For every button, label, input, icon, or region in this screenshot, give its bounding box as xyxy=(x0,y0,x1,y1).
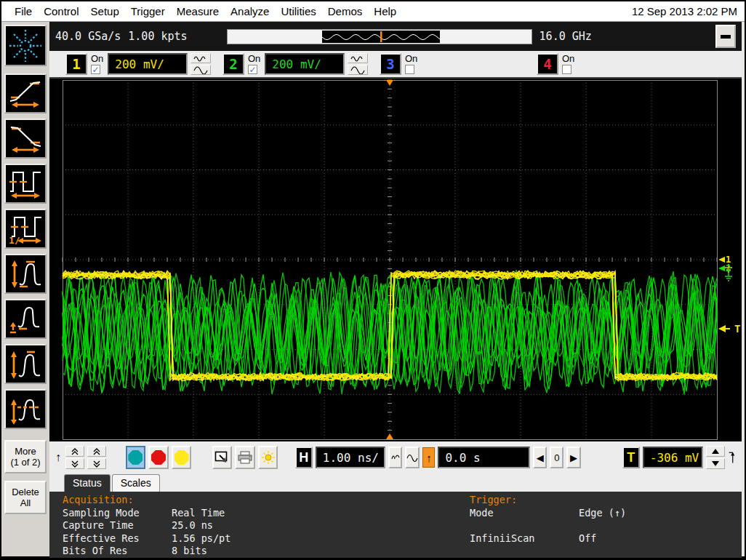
channel-1-on-label: On xyxy=(91,54,103,63)
measure-average-button[interactable] xyxy=(4,389,47,429)
trigger-title: Trigger: xyxy=(470,494,626,507)
channel-3-button[interactable]: 3 xyxy=(380,53,401,75)
large-wave-icon xyxy=(350,66,365,74)
position-zero-button[interactable]: 0 xyxy=(550,447,563,468)
agilent-logo-button[interactable] xyxy=(4,25,47,66)
horizontal-overview-scrollbar[interactable] xyxy=(227,29,532,44)
tab-status[interactable]: Status xyxy=(64,474,111,492)
channel-1-on-checkbox[interactable]: ✓ xyxy=(91,65,100,74)
double-chevron-down-icon xyxy=(71,460,79,468)
more-measurements-button[interactable]: More (1 of 2) xyxy=(4,440,47,473)
bottom-tab-bar: Status Scales xyxy=(49,473,742,492)
rise-time-icon xyxy=(9,79,42,109)
channel-3-on-checkbox[interactable] xyxy=(405,65,414,74)
trigger-level-down-button[interactable] xyxy=(706,458,725,469)
print-button[interactable] xyxy=(235,446,255,469)
menu-help[interactable]: Help xyxy=(368,3,402,20)
menu-utilities[interactable]: Utilities xyxy=(275,3,321,20)
horizontal-position-value: 0.0 s xyxy=(445,451,480,465)
measure-fall-time-button[interactable] xyxy=(4,119,47,159)
printer-icon xyxy=(237,451,253,464)
trig-label: InfiniiScan xyxy=(470,532,579,545)
coarse-down-button[interactable] xyxy=(65,458,84,469)
channel-1-scale-increase-button[interactable] xyxy=(190,65,211,75)
acq-value: 1.56 ps/pt xyxy=(172,532,230,545)
triangle-up-icon xyxy=(711,448,720,455)
fall-time-icon xyxy=(9,124,42,154)
tab-scales[interactable]: Scales xyxy=(112,474,160,492)
acquisition-status-column: Acquisition: Sampling ModeReal Time Capt… xyxy=(63,494,470,558)
minimum-icon xyxy=(9,304,42,335)
delete-label: Delete xyxy=(12,487,39,497)
double-chevron-down-icon xyxy=(92,460,101,468)
measure-frequency-button[interactable]: 1/ xyxy=(4,209,47,249)
amplitude-icon xyxy=(9,259,42,289)
channel-1-number: 1 xyxy=(72,56,80,72)
channel-4-on-label: On xyxy=(562,54,574,63)
screen-arrow-icon xyxy=(214,451,229,464)
position-left-button[interactable]: ◀ xyxy=(533,447,547,468)
fine-up-button[interactable] xyxy=(87,446,106,457)
hscale-increase-button[interactable] xyxy=(405,447,420,468)
channel-2-scale-increase-button[interactable] xyxy=(348,65,368,75)
agilent-spark-logo-icon xyxy=(8,28,43,63)
trigger-button[interactable]: T xyxy=(622,447,640,468)
channel-1-group: 1 On ✓ 200 mV/ xyxy=(65,53,222,75)
small-wave-icon xyxy=(193,55,208,62)
channel-4-number: 4 xyxy=(543,56,551,72)
channel-2-button[interactable]: 2 xyxy=(222,53,244,75)
menu-measure[interactable]: Measure xyxy=(171,3,225,20)
measure-minimum-button[interactable] xyxy=(4,299,47,339)
menu-control[interactable]: Control xyxy=(38,3,84,20)
menu-analyze[interactable]: Analyze xyxy=(225,3,275,20)
fine-down-button[interactable] xyxy=(87,458,106,469)
pulse-width-icon xyxy=(9,169,42,199)
average-icon xyxy=(9,394,42,425)
bandwidth-readout: 16.0 GHz xyxy=(540,30,592,43)
svg-text:2: 2 xyxy=(726,263,731,273)
channel-2-on-checkbox[interactable]: ✓ xyxy=(248,65,257,74)
menu-trigger[interactable]: Trigger xyxy=(125,3,171,20)
trigger-level-display[interactable]: -306 mV xyxy=(643,447,703,468)
display-brightness-button[interactable] xyxy=(258,446,278,469)
oscilloscope-window: File Control Setup Trigger Measure Analy… xyxy=(1,1,745,556)
touch-screen-button[interactable] xyxy=(212,446,233,469)
measure-rise-time-button[interactable] xyxy=(4,73,47,113)
sun-icon xyxy=(261,450,276,465)
clock-datetime: 12 Sep 2013 2:02 PM xyxy=(632,5,737,17)
single-button[interactable] xyxy=(172,446,192,469)
run-button[interactable] xyxy=(126,446,146,469)
stop-button[interactable] xyxy=(148,446,169,469)
measure-amplitude-button[interactable] xyxy=(4,254,47,294)
horizontal-scale-display[interactable]: 1.00 ns/ xyxy=(316,447,385,468)
trigger-slope-button[interactable]: ↑ xyxy=(422,447,435,468)
channel-2-scale-decrease-button[interactable] xyxy=(348,53,368,63)
minimize-button[interactable] xyxy=(715,25,736,48)
horizontal-position-display[interactable]: 0.0 s xyxy=(438,447,530,468)
channel-1-scale-display[interactable]: 200 mV/ xyxy=(108,53,188,75)
channel-2-scale-display[interactable]: 200 mV/ xyxy=(265,53,345,75)
trigger-level-up-button[interactable] xyxy=(706,446,725,457)
acq-label: Sampling Mode xyxy=(63,507,172,520)
coarse-up-button[interactable] xyxy=(65,446,84,457)
channel-3-number: 3 xyxy=(386,56,394,72)
menu-file[interactable]: File xyxy=(9,3,38,20)
channel-4-button[interactable]: 4 xyxy=(537,53,558,75)
measure-maximum-button[interactable] xyxy=(4,344,47,384)
channel-1-scale-decrease-button[interactable] xyxy=(190,53,211,63)
hscale-decrease-button[interactable] xyxy=(388,447,402,468)
small-wave-icon xyxy=(350,55,365,62)
channel-1-button[interactable]: 1 xyxy=(65,53,87,75)
trigger-level-value: -306 mV xyxy=(650,451,699,465)
position-right-button[interactable]: ▶ xyxy=(566,447,580,468)
status-panel: Acquisition: Sampling ModeReal Time Capt… xyxy=(49,492,742,558)
rising-edge-indicator-icon xyxy=(728,449,737,466)
channel-2-scale-value: 200 mV/ xyxy=(272,57,321,71)
measure-pulse-width-button[interactable] xyxy=(4,164,47,204)
horizontal-button[interactable]: H xyxy=(295,447,313,468)
menu-demos[interactable]: Demos xyxy=(322,3,369,20)
delete-all-button[interactable]: Delete All xyxy=(4,481,47,514)
menu-setup[interactable]: Setup xyxy=(85,3,125,20)
overview-waveform-segment[interactable] xyxy=(322,31,440,43)
channel-4-on-checkbox[interactable] xyxy=(562,65,571,74)
